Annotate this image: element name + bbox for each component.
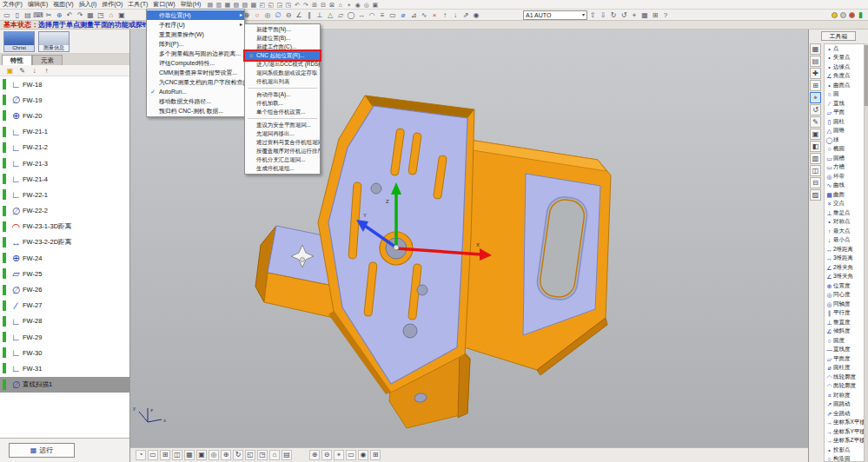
toolbar-icon[interactable]: ⊥: [315, 10, 325, 20]
tree-row[interactable]: ∟ FW-22-1: [0, 187, 129, 202]
zoom-tool-icon[interactable]: ⊞: [370, 450, 381, 460]
toolbar-icon[interactable]: ↓: [450, 10, 461, 20]
toolbox-item[interactable]: ∠ 2维夹角: [825, 263, 864, 273]
panel-subtab[interactable]: 元素: [32, 55, 63, 65]
tree-row[interactable]: ↔ FW-23-2-2D距离: [0, 234, 129, 250]
toolbox-item[interactable]: ⌀ 圆柱度: [825, 364, 864, 373]
toolbox-strip-button[interactable]: ⌖: [810, 92, 821, 103]
toolbox-item[interactable]: ◎ 同心度: [825, 291, 864, 300]
toolbar-icon[interactable]: ⌨: [33, 10, 43, 20]
toolbar-icon[interactable]: ▦: [85, 10, 96, 20]
toolbox-strip-button[interactable]: ▣: [810, 129, 821, 140]
menu-item[interactable]: 评估Computed特性...: [147, 58, 244, 68]
toolbar-icon[interactable]: ◲: [275, 1, 283, 9]
tree-tool-icon[interactable]: ↑: [42, 66, 51, 76]
toolbar-icon[interactable]: ∅: [273, 10, 283, 20]
toolbar-icon[interactable]: ×: [429, 10, 440, 20]
toolbar-icon[interactable]: ▣: [116, 10, 127, 20]
submenu-item[interactable]: 自动停靠(A)...: [245, 90, 320, 99]
toolbox-strip-button[interactable]: ◧: [810, 141, 821, 152]
tree-row[interactable]: ∟ FW-31: [0, 360, 129, 376]
tree-row[interactable]: ∟ FW-21-4: [0, 171, 129, 187]
tree-row[interactable]: ∅ FW-26: [0, 281, 129, 297]
toolbar-icon[interactable]: ⌀: [398, 10, 408, 20]
zoom-tool-icon[interactable]: ⊕: [309, 450, 320, 460]
tree-row[interactable]: ▱ FW-25: [0, 266, 129, 281]
toolbox-item[interactable]: ⊥ 垂直度: [825, 318, 864, 327]
view-tool-icon[interactable]: ▣: [196, 450, 207, 460]
toolbox-item[interactable]: ▱ 平面度: [825, 354, 864, 364]
submenu-item[interactable]: 进入/退出DCC模式 (RDS触发): [245, 60, 320, 69]
toolbar-icon[interactable]: ▱: [335, 10, 346, 20]
menu-item[interactable]: 停靠位置(H) ▸: [147, 10, 244, 20]
submenu-item[interactable]: ⌂ CNC 起始位置(R)...: [245, 51, 320, 60]
tree-row[interactable]: ∟ FW-28: [0, 314, 129, 329]
panel-subtab[interactable]: 特性: [2, 55, 32, 65]
toolbox-item[interactable]: • 矢量点: [825, 54, 864, 63]
toolbar-icon[interactable]: ◠: [367, 10, 377, 20]
toolbar-icon[interactable]: ↻: [608, 10, 619, 20]
toolbox-item[interactable]: ○ 圆度: [825, 336, 864, 346]
menu-item[interactable]: 视图(V): [53, 0, 73, 9]
tree-row[interactable]: ∅ FW-19: [0, 92, 129, 108]
toolbox-strip-button[interactable]: ▥: [810, 153, 821, 164]
submenu-item[interactable]: 停机分支汇总退回...: [245, 155, 320, 164]
toolbox-item[interactable]: ○ 构造圆: [825, 455, 864, 462]
toolbox-item[interactable]: ↗ 圆跳动: [825, 400, 864, 410]
toolbar-icon[interactable]: ◎: [362, 1, 370, 9]
toolbox-item[interactable]: ▭ 圆槽: [825, 154, 864, 163]
toolbox-item[interactable]: ▭ 方槽: [825, 163, 864, 173]
menu-item[interactable]: 多个测量截面与圆的边界距离...: [147, 49, 244, 58]
toolbox-item[interactable]: • 点: [825, 44, 864, 54]
menu-item[interactable]: 插入(I): [79, 0, 97, 9]
toolbox-strip-button[interactable]: ↺: [810, 104, 821, 116]
toolbox-item[interactable]: ▱ 平面: [825, 109, 864, 118]
toolbar-icon[interactable]: ↺: [619, 10, 629, 20]
tree-tool-icon[interactable]: ✎: [17, 66, 27, 76]
submenu-item[interactable]: 重设为安全平面退回...: [245, 121, 320, 129]
tree-row[interactable]: ∟ FW-21-1: [0, 124, 129, 140]
tree-row[interactable]: ∕ FW-27: [0, 298, 129, 314]
toolbar-icon[interactable]: ⌖: [629, 10, 639, 20]
toolbar-icon[interactable]: ⇗: [461, 10, 471, 20]
toolbox-item[interactable]: ◯ 球: [825, 135, 864, 145]
toolbar-icon[interactable]: ▥: [215, 1, 222, 9]
program-combo[interactable]: A1 AUTO ▾: [523, 10, 587, 20]
toolbar-icon[interactable]: ↶: [64, 10, 75, 20]
view-tool-icon[interactable]: ◱: [245, 450, 255, 460]
toolbar-icon[interactable]: ⇩: [598, 10, 608, 20]
toolbar-icon[interactable]: ○: [252, 10, 262, 20]
tree-row[interactable]: ∟ FW-21-3: [0, 155, 129, 171]
toolbox-item[interactable]: ◠ 线轮廓度: [825, 373, 864, 382]
toolbar-icon[interactable]: ◰: [258, 1, 266, 9]
toolbar-icon[interactable]: ↔: [356, 10, 367, 20]
menu-item[interactable]: CMM测量值异常时报警设置...: [147, 68, 244, 77]
toolbox-item[interactable]: ▯ 圆柱: [825, 117, 864, 127]
toolbox-scrollbar[interactable]: [865, 43, 868, 462]
toolbar-icon[interactable]: ▧: [232, 1, 240, 9]
tree-row[interactable]: ∟ FW-18: [0, 76, 129, 92]
toolbar-icon[interactable]: ∥: [304, 10, 315, 20]
toolbox-item[interactable]: ∠ 3维夹角: [825, 273, 864, 282]
toolbar-icon[interactable]: ⊠: [328, 1, 335, 9]
submenu-item[interactable]: 新建位置(B)...: [245, 34, 320, 43]
view-tool-icon[interactable]: ⊕: [221, 450, 231, 460]
toolbox-item[interactable]: ≡ 对称度: [825, 391, 864, 400]
tree-row[interactable]: ∟ FW-30: [0, 345, 129, 360]
toolbar-icon[interactable]: △: [325, 10, 335, 20]
toolbox-item[interactable]: ↔ 3维距离: [825, 254, 864, 264]
tree-row[interactable]: ⊕ FW-20: [0, 108, 129, 123]
toolbar-icon[interactable]: ▤: [206, 1, 214, 9]
toolbox-item[interactable]: ○ 椭圆: [825, 145, 864, 155]
toolbar-icon[interactable]: ∿: [419, 10, 429, 20]
zoom-tool-icon[interactable]: ⌖: [334, 450, 344, 460]
toolbox-strip-button[interactable]: ◫: [810, 165, 821, 176]
view-tool-icon[interactable]: ⊞: [160, 450, 170, 460]
toolbar-icon[interactable]: ▤: [23, 10, 33, 20]
menu-item[interactable]: 子程序(U) ▸: [147, 20, 244, 30]
toolbar-icon[interactable]: ▩: [249, 1, 257, 9]
toolbox-item[interactable]: ⇗ 全跳动: [825, 409, 864, 419]
menu-item[interactable]: 为CNC测量文档的用户字段检查(I)...: [147, 77, 244, 87]
submenu-item[interactable]: 停机加载...: [245, 99, 320, 108]
toolbar-icon[interactable]: ▣: [371, 1, 379, 9]
